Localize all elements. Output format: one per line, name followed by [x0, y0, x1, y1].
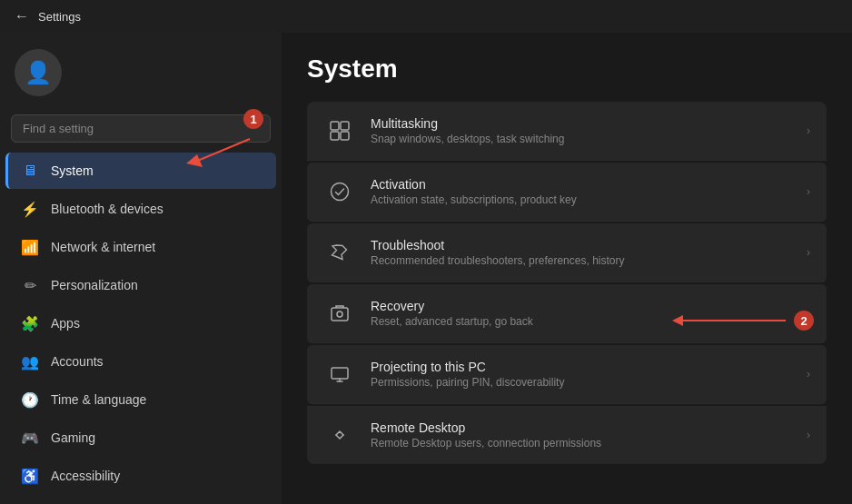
multitasking-icon	[323, 114, 356, 147]
svg-rect-3	[341, 132, 349, 140]
recovery-text: Recovery Reset, advanced startup, go bac…	[371, 299, 792, 328]
sidebar-item-label-accounts: Accounts	[51, 354, 104, 369]
activation-desc: Activation state, subscriptions, product…	[371, 193, 792, 206]
recovery-title: Recovery	[371, 299, 792, 313]
settings-list: Multitasking Snap windows, desktops, tas…	[307, 102, 827, 464]
svg-rect-1	[341, 122, 349, 130]
sidebar-item-label-apps: Apps	[51, 316, 80, 331]
setting-item-multitasking[interactable]: Multitasking Snap windows, desktops, tas…	[307, 102, 827, 161]
accessibility-icon: ♿	[20, 466, 40, 486]
recovery-desc: Reset, advanced startup, go back	[371, 315, 792, 328]
title-bar: ← Settings	[0, 0, 852, 33]
projecting-desc: Permissions, pairing PIN, discoverabilit…	[371, 376, 792, 389]
svg-rect-5	[332, 308, 348, 321]
time-icon: 🕐	[20, 390, 40, 410]
activation-title: Activation	[371, 177, 792, 192]
recovery-icon	[323, 297, 356, 330]
setting-item-projecting[interactable]: Projecting to this PC Permissions, pairi…	[307, 345, 827, 404]
chevron-icon-6: ›	[807, 429, 810, 441]
page-title: System	[307, 54, 827, 84]
activation-text: Activation Activation state, subscriptio…	[371, 177, 792, 206]
chevron-icon-4: ›	[807, 307, 810, 320]
chevron-icon: ›	[807, 124, 810, 137]
system-icon: 🖥	[20, 161, 40, 181]
search-container: 1	[0, 111, 282, 152]
back-button[interactable]: ←	[15, 8, 29, 25]
troubleshoot-icon	[323, 236, 356, 269]
annotation-badge-1: 1	[243, 109, 263, 129]
troubleshoot-title: Troubleshoot	[371, 238, 792, 252]
sidebar-item-label-system: System	[51, 163, 94, 178]
svg-rect-2	[331, 132, 339, 140]
sidebar-item-network[interactable]: 📶 Network & internet	[5, 229, 276, 265]
sidebar-item-apps[interactable]: 🧩 Apps	[5, 305, 276, 341]
multitasking-text: Multitasking Snap windows, desktops, tas…	[371, 116, 792, 145]
svg-rect-7	[332, 368, 348, 379]
setting-item-remote-desktop[interactable]: Remote Desktop Remote Desktop users, con…	[307, 406, 827, 464]
setting-item-recovery[interactable]: Recovery Reset, advanced startup, go bac…	[307, 284, 827, 343]
remote-desktop-text: Remote Desktop Remote Desktop users, con…	[371, 420, 792, 450]
sidebar-item-system[interactable]: 🖥 System	[5, 153, 276, 189]
sidebar-item-accounts[interactable]: 👥 Accounts	[5, 343, 276, 380]
main-content: System Multitasking Snap windows, deskto…	[282, 33, 852, 504]
setting-item-activation[interactable]: Activation Activation state, subscriptio…	[307, 163, 827, 222]
sidebar-item-time[interactable]: 🕐 Time & language	[5, 381, 276, 418]
main-layout: 👤 1 🖥 System ⚡ Bluetooth & devices 📶 Net…	[0, 33, 852, 504]
user-icon: 👤	[25, 60, 52, 85]
user-avatar-area: 👤	[0, 40, 282, 111]
svg-point-6	[337, 311, 342, 317]
accounts-icon: 👥	[20, 351, 40, 371]
svg-point-4	[332, 183, 349, 201]
sidebar: 👤 1 🖥 System ⚡ Bluetooth & devices 📶 Net…	[0, 33, 282, 504]
sidebar-item-label-personalization: Personalization	[51, 278, 138, 292]
personalization-icon: ✏	[20, 275, 40, 295]
projecting-icon	[323, 358, 356, 390]
chevron-icon-2: ›	[807, 185, 810, 198]
remote-desktop-desc: Remote Desktop users, connection permiss…	[371, 437, 792, 450]
bluetooth-icon: ⚡	[20, 199, 40, 219]
projecting-text: Projecting to this PC Permissions, pairi…	[371, 360, 792, 389]
svg-rect-0	[331, 122, 339, 130]
app-title: Settings	[38, 10, 81, 24]
remote-desktop-title: Remote Desktop	[371, 420, 792, 435]
sidebar-item-personalization[interactable]: ✏ Personalization	[5, 267, 276, 303]
gaming-icon: 🎮	[20, 428, 40, 448]
troubleshoot-desc: Recommended troubleshooters, preferences…	[371, 254, 792, 267]
sidebar-item-bluetooth[interactable]: ⚡ Bluetooth & devices	[5, 191, 276, 227]
projecting-title: Projecting to this PC	[371, 360, 792, 374]
sidebar-item-label-network: Network & internet	[51, 240, 155, 254]
sidebar-item-label-accessibility: Accessibility	[51, 469, 120, 483]
chevron-icon-5: ›	[807, 368, 810, 380]
multitasking-desc: Snap windows, desktops, task switching	[371, 133, 792, 145]
sidebar-item-label-gaming: Gaming	[51, 430, 95, 445]
apps-icon: 🧩	[20, 313, 40, 333]
network-icon: 📶	[20, 237, 40, 257]
sidebar-item-label-bluetooth: Bluetooth & devices	[51, 202, 163, 216]
sidebar-item-gaming[interactable]: 🎮 Gaming	[5, 420, 276, 456]
search-input[interactable]	[11, 114, 271, 143]
sidebar-item-label-time: Time & language	[51, 392, 146, 407]
activation-icon	[323, 175, 356, 208]
sidebar-item-accessibility[interactable]: ♿ Accessibility	[5, 458, 276, 494]
chevron-icon-3: ›	[807, 246, 810, 259]
setting-item-troubleshoot[interactable]: Troubleshoot Recommended troubleshooters…	[307, 223, 827, 282]
avatar: 👤	[15, 49, 62, 96]
multitasking-title: Multitasking	[371, 116, 792, 131]
remote-desktop-icon	[323, 419, 356, 451]
troubleshoot-text: Troubleshoot Recommended troubleshooters…	[371, 238, 792, 267]
